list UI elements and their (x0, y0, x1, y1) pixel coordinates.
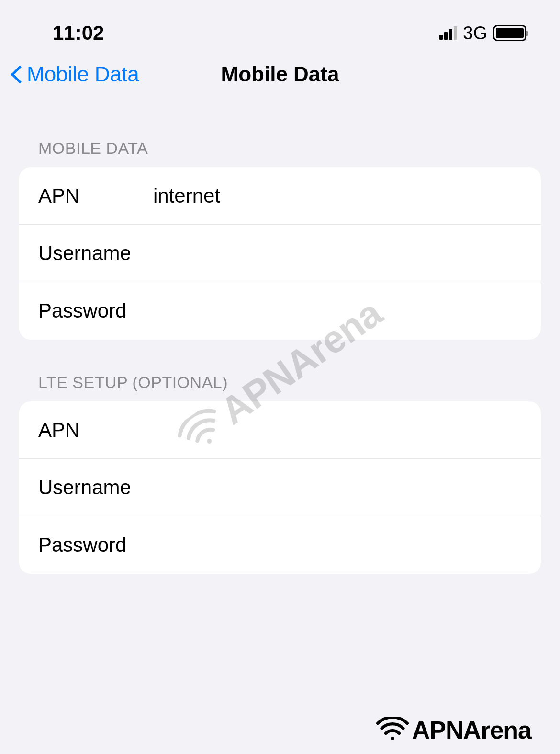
status-time: 11:02 (53, 22, 104, 45)
page-title: Mobile Data (221, 62, 339, 86)
input-lte-password[interactable] (153, 534, 522, 557)
navigation-bar: Mobile Data Mobile Data (0, 48, 560, 101)
label-lte-username: Username (38, 476, 153, 499)
input-lte-apn[interactable] (153, 419, 522, 442)
signal-icon (439, 26, 457, 40)
footer-text: APNArena (412, 716, 531, 744)
label-apn: APN (38, 184, 153, 207)
back-label: Mobile Data (27, 62, 139, 86)
section-header-mobile-data: MOBILE DATA (0, 101, 560, 167)
input-password[interactable] (153, 299, 522, 322)
row-lte-password[interactable]: Password (19, 516, 541, 574)
settings-group-mobile-data: APN Username Password (19, 167, 541, 340)
label-password: Password (38, 299, 153, 322)
label-username: Username (38, 242, 153, 265)
row-lte-apn[interactable]: APN (19, 401, 541, 459)
row-username[interactable]: Username (19, 225, 541, 282)
wifi-icon (376, 717, 409, 743)
input-username[interactable] (153, 242, 522, 265)
label-lte-apn: APN (38, 419, 153, 442)
footer-logo: APNArena (376, 716, 531, 744)
settings-group-lte-setup: APN Username Password (19, 401, 541, 574)
label-lte-password: Password (38, 534, 153, 557)
chevron-back-icon (10, 64, 23, 85)
input-apn[interactable] (153, 184, 522, 207)
network-type: 3G (463, 23, 487, 44)
status-bar: 11:02 3G (0, 0, 560, 48)
section-header-lte-setup: LTE SETUP (OPTIONAL) (0, 340, 560, 401)
status-indicators: 3G (439, 23, 526, 44)
input-lte-username[interactable] (153, 476, 522, 499)
row-apn[interactable]: APN (19, 167, 541, 225)
back-button[interactable]: Mobile Data (10, 62, 139, 86)
battery-icon (493, 25, 526, 41)
row-lte-username[interactable]: Username (19, 459, 541, 516)
row-password[interactable]: Password (19, 282, 541, 340)
